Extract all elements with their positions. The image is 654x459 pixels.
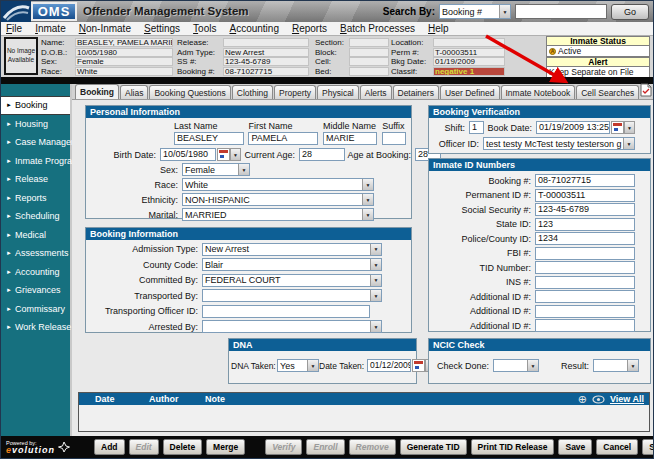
chevron-down-icon[interactable]: ▼ <box>362 194 373 205</box>
calendar-icon[interactable] <box>217 148 230 161</box>
chevron-down-icon[interactable]: ▼ <box>230 148 241 161</box>
sidebar-item-medical[interactable]: ►Medical <box>1 226 70 245</box>
dna-taken-select[interactable]: Yes ▼ <box>277 359 319 372</box>
eye-icon[interactable] <box>592 395 605 404</box>
column-header-date[interactable]: Date <box>79 394 149 404</box>
check-done-select[interactable]: ▼ <box>493 359 539 372</box>
sidebar-item-release[interactable]: ►Release <box>1 170 70 189</box>
select-sex[interactable]: Female▼ <box>182 163 250 176</box>
calendar-icon[interactable] <box>611 121 624 134</box>
officer-id-select[interactable]: test testy McTest testy testerson g ▼ <box>483 137 635 150</box>
cancel-button[interactable]: Cancel <box>596 439 638 455</box>
menu-item-accounting[interactable]: Accounting <box>229 23 278 34</box>
input-middle-name[interactable]: MARIE <box>323 132 377 145</box>
tab-user-defined[interactable]: User Defined <box>440 85 500 99</box>
chevron-down-icon[interactable]: ▼ <box>362 209 373 220</box>
sidebar-item-assessments[interactable]: ►Assessments <box>1 244 70 263</box>
tab-alias[interactable]: Alias <box>120 85 148 99</box>
chevron-down-icon[interactable]: ▼ <box>307 360 318 371</box>
input-police-county-id-4[interactable]: 1234 <box>535 232 635 245</box>
menu-item-non-inmate[interactable]: Non-Inmate <box>79 23 131 34</box>
delete-button[interactable]: Delete <box>163 439 203 455</box>
select-race[interactable]: White▼ <box>182 178 374 191</box>
input-transporting-officer-id[interactable] <box>202 305 370 318</box>
current-age-input[interactable]: 28 <box>299 148 345 161</box>
merge-button[interactable]: Merge <box>206 439 245 455</box>
chevron-down-icon[interactable]: ▼ <box>624 121 635 134</box>
sidebar-item-reports[interactable]: ►Reports <box>1 189 70 208</box>
search-input[interactable] <box>515 4 607 19</box>
chevron-down-icon[interactable]: ▼ <box>370 244 381 255</box>
search-by-select[interactable]: Booking # ▼ <box>439 4 511 19</box>
sidebar-item-commissary[interactable]: ►Commissary <box>1 300 70 319</box>
input-suffix[interactable] <box>382 132 406 145</box>
tab-alerts[interactable]: Alerts <box>360 85 392 99</box>
tab-physical[interactable]: Physical <box>317 85 359 99</box>
input-additional-id-8[interactable] <box>535 290 635 303</box>
sidebar-item-housing[interactable]: ►Housing <box>1 115 70 134</box>
input-ins-7[interactable] <box>535 276 635 289</box>
select-ethnicity[interactable]: NON-HISPANIC▼ <box>182 193 374 206</box>
chevron-down-icon[interactable]: ▼ <box>370 259 381 270</box>
menu-item-file[interactable]: File <box>6 23 22 34</box>
chevron-down-icon[interactable]: ▼ <box>362 179 373 190</box>
input-additional-id-10[interactable] <box>535 319 635 332</box>
menu-item-help[interactable]: Help <box>428 23 449 34</box>
input-state-id-3[interactable]: 123 <box>535 218 635 231</box>
input-last-name[interactable]: BEASLEY <box>174 132 244 145</box>
tab-detainers[interactable]: Detainers <box>393 85 439 99</box>
notes-document-icon[interactable] <box>640 83 652 97</box>
select-committed-by[interactable]: FEDERAL COURT▼ <box>202 274 382 287</box>
select-arrested-by[interactable]: ▼ <box>202 320 382 333</box>
input-social-security-2[interactable]: 123-45-6789 <box>535 203 635 216</box>
chevron-down-icon[interactable]: ▼ <box>238 164 249 175</box>
chevron-down-icon[interactable]: ▼ <box>623 138 634 149</box>
input-permanent-id-1[interactable]: T-00003511 <box>535 189 635 202</box>
birth-date-input[interactable]: 10/05/1980 <box>160 148 216 161</box>
sidebar-item-grievances[interactable]: ►Grievances <box>1 281 70 300</box>
tab-inmate-notebook[interactable]: Inmate Notebook <box>501 85 576 99</box>
select-admission-type[interactable]: New Arrest▼ <box>202 243 382 256</box>
sidebar-item-scheduling[interactable]: ►Scheduling <box>1 207 70 226</box>
input-tid-number-6[interactable] <box>535 261 635 274</box>
input-additional-id-9[interactable] <box>535 305 635 318</box>
tab-booking-questions[interactable]: Booking Questions <box>149 85 230 99</box>
sidebar-item-booking[interactable]: ►Booking <box>1 96 70 115</box>
chevron-down-icon[interactable]: ▼ <box>370 275 381 286</box>
add-note-icon[interactable]: ⊕ <box>578 394 587 405</box>
menu-item-inmate[interactable]: Inmate <box>35 23 66 34</box>
sidebar-item-accounting[interactable]: ►Accounting <box>1 263 70 282</box>
tab-booking[interactable]: Booking <box>75 84 119 99</box>
input-first-name[interactable]: PAMELA <box>248 132 318 145</box>
sidebar-item-inmate-programs[interactable]: ►Inmate Programs <box>1 152 70 171</box>
edit-button[interactable]: Edit <box>129 439 159 455</box>
sidebar-item-work-release[interactable]: ►Work Release <box>1 318 70 337</box>
dna-date-input[interactable]: 01/12/2009 <box>367 359 411 372</box>
generate-tid-button[interactable]: Generate TID <box>400 439 467 455</box>
input-booking-0[interactable]: 08-71027715 <box>535 174 635 187</box>
column-header-author[interactable]: Author <box>149 394 205 404</box>
print-tid-release-button[interactable]: Print TID Release <box>471 439 555 455</box>
chevron-down-icon[interactable]: ▼ <box>499 5 510 18</box>
tab-property[interactable]: Property <box>274 85 316 99</box>
menu-item-settings[interactable]: Settings <box>144 23 180 34</box>
calendar-icon[interactable] <box>412 359 425 372</box>
tab-cell-searches[interactable]: Cell Searches <box>576 85 639 99</box>
book-date-input[interactable]: 01/19/2009 13:25 <box>536 121 610 134</box>
search-button[interactable]: Search <box>642 439 654 455</box>
column-header-note[interactable]: Note <box>205 394 225 404</box>
input-fbi-5[interactable] <box>535 247 635 260</box>
menu-item-tools[interactable]: Tools <box>193 23 216 34</box>
go-button[interactable]: Go <box>611 4 649 20</box>
add-button[interactable]: Add <box>94 439 125 455</box>
result-select[interactable]: ▼ <box>593 359 639 372</box>
enroll-button[interactable]: Enroll <box>306 439 344 455</box>
select-marital[interactable]: MARRIED▼ <box>182 208 374 221</box>
save-button[interactable]: Save <box>558 439 592 455</box>
chevron-down-icon[interactable]: ▼ <box>370 290 381 301</box>
remove-button[interactable]: Remove <box>349 439 396 455</box>
menu-item-batch-processes[interactable]: Batch Processes <box>340 23 415 34</box>
verify-button[interactable]: Verify <box>265 439 302 455</box>
view-all-link[interactable]: View All <box>610 394 644 404</box>
notes-grid-body[interactable] <box>79 405 649 431</box>
